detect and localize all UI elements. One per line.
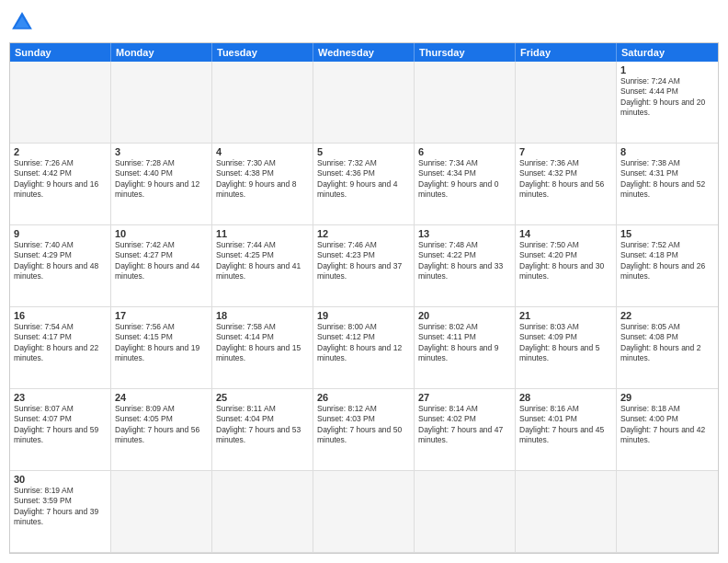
cell-info: Sunrise: 7:26 AM Sunset: 4:42 PM Dayligh… bbox=[14, 158, 107, 201]
day-number: 29 bbox=[620, 392, 714, 403]
header bbox=[9, 9, 719, 35]
day-cell-12: 12Sunrise: 7:46 AM Sunset: 4:23 PM Dayli… bbox=[313, 225, 415, 307]
day-cell-22: 22Sunrise: 8:05 AM Sunset: 4:08 PM Dayli… bbox=[617, 307, 718, 389]
day-number: 17 bbox=[115, 310, 208, 321]
cell-info: Sunrise: 7:34 AM Sunset: 4:34 PM Dayligh… bbox=[418, 158, 511, 201]
day-number: 19 bbox=[317, 310, 410, 321]
cell-info: Sunrise: 7:28 AM Sunset: 4:40 PM Dayligh… bbox=[115, 158, 208, 201]
empty-cell bbox=[10, 62, 111, 144]
day-number: 20 bbox=[418, 310, 511, 321]
day-number: 21 bbox=[519, 310, 612, 321]
day-cell-9: 9Sunrise: 7:40 AM Sunset: 4:29 PM Daylig… bbox=[10, 225, 111, 307]
cell-info: Sunrise: 7:40 AM Sunset: 4:29 PM Dayligh… bbox=[14, 240, 107, 282]
day-number: 1 bbox=[620, 64, 714, 75]
day-cell-18: 18Sunrise: 7:58 AM Sunset: 4:14 PM Dayli… bbox=[212, 307, 313, 389]
cell-info: Sunrise: 7:48 AM Sunset: 4:22 PM Dayligh… bbox=[418, 240, 511, 282]
day-cell-5: 5Sunrise: 7:32 AM Sunset: 4:36 PM Daylig… bbox=[313, 144, 415, 225]
cell-info: Sunrise: 8:14 AM Sunset: 4:02 PM Dayligh… bbox=[418, 404, 511, 446]
day-number: 23 bbox=[14, 392, 107, 403]
empty-cell bbox=[111, 471, 212, 553]
day-cell-20: 20Sunrise: 8:02 AM Sunset: 4:11 PM Dayli… bbox=[415, 307, 516, 389]
day-number: 8 bbox=[620, 146, 714, 157]
logo bbox=[9, 9, 39, 35]
day-cell-8: 8Sunrise: 7:38 AM Sunset: 4:31 PM Daylig… bbox=[617, 144, 718, 225]
day-number: 30 bbox=[14, 474, 107, 485]
cell-info: Sunrise: 7:58 AM Sunset: 4:14 PM Dayligh… bbox=[216, 322, 309, 364]
cell-info: Sunrise: 8:05 AM Sunset: 4:08 PM Dayligh… bbox=[620, 322, 714, 364]
cell-info: Sunrise: 8:12 AM Sunset: 4:03 PM Dayligh… bbox=[317, 404, 410, 446]
day-cell-15: 15Sunrise: 7:52 AM Sunset: 4:18 PM Dayli… bbox=[617, 225, 718, 307]
cell-info: Sunrise: 8:16 AM Sunset: 4:01 PM Dayligh… bbox=[519, 404, 612, 446]
day-cell-13: 13Sunrise: 7:48 AM Sunset: 4:22 PM Dayli… bbox=[415, 225, 516, 307]
day-cell-27: 27Sunrise: 8:14 AM Sunset: 4:02 PM Dayli… bbox=[415, 389, 516, 471]
empty-cell bbox=[617, 471, 718, 553]
day-header-friday: Friday bbox=[516, 43, 617, 62]
day-number: 6 bbox=[418, 146, 511, 157]
day-number: 15 bbox=[620, 228, 714, 239]
day-header-thursday: Thursday bbox=[415, 43, 516, 62]
cell-info: Sunrise: 7:56 AM Sunset: 4:15 PM Dayligh… bbox=[115, 322, 208, 364]
day-cell-19: 19Sunrise: 8:00 AM Sunset: 4:12 PM Dayli… bbox=[313, 307, 415, 389]
day-header-monday: Monday bbox=[111, 43, 212, 62]
cell-info: Sunrise: 8:03 AM Sunset: 4:09 PM Dayligh… bbox=[519, 322, 612, 364]
cell-info: Sunrise: 8:00 AM Sunset: 4:12 PM Dayligh… bbox=[317, 322, 410, 364]
day-header-saturday: Saturday bbox=[617, 43, 718, 62]
empty-cell bbox=[313, 471, 415, 553]
empty-cell bbox=[212, 62, 313, 144]
day-cell-28: 28Sunrise: 8:16 AM Sunset: 4:01 PM Dayli… bbox=[516, 389, 617, 471]
cell-info: Sunrise: 7:36 AM Sunset: 4:32 PM Dayligh… bbox=[519, 158, 612, 201]
day-number: 28 bbox=[519, 392, 612, 403]
day-number: 12 bbox=[317, 228, 410, 239]
day-cell-30: 30Sunrise: 8:19 AM Sunset: 3:59 PM Dayli… bbox=[10, 471, 111, 553]
empty-cell bbox=[111, 62, 212, 144]
day-number: 24 bbox=[115, 392, 208, 403]
day-number: 11 bbox=[216, 228, 309, 239]
cell-info: Sunrise: 7:24 AM Sunset: 4:44 PM Dayligh… bbox=[620, 76, 714, 119]
cell-info: Sunrise: 8:02 AM Sunset: 4:11 PM Dayligh… bbox=[418, 322, 511, 364]
day-number: 14 bbox=[519, 228, 612, 239]
day-cell-7: 7Sunrise: 7:36 AM Sunset: 4:32 PM Daylig… bbox=[516, 144, 617, 225]
cell-info: Sunrise: 7:30 AM Sunset: 4:38 PM Dayligh… bbox=[216, 158, 309, 201]
page: SundayMondayTuesdayWednesdayThursdayFrid… bbox=[0, 0, 728, 563]
day-cell-24: 24Sunrise: 8:09 AM Sunset: 4:05 PM Dayli… bbox=[111, 389, 212, 471]
cell-info: Sunrise: 7:46 AM Sunset: 4:23 PM Dayligh… bbox=[317, 240, 410, 282]
cell-info: Sunrise: 8:07 AM Sunset: 4:07 PM Dayligh… bbox=[14, 404, 107, 446]
logo-icon bbox=[9, 9, 35, 35]
day-cell-14: 14Sunrise: 7:50 AM Sunset: 4:20 PM Dayli… bbox=[516, 225, 617, 307]
day-header-tuesday: Tuesday bbox=[212, 43, 313, 62]
cell-info: Sunrise: 7:42 AM Sunset: 4:27 PM Dayligh… bbox=[115, 240, 208, 282]
day-cell-21: 21Sunrise: 8:03 AM Sunset: 4:09 PM Dayli… bbox=[516, 307, 617, 389]
day-cell-6: 6Sunrise: 7:34 AM Sunset: 4:34 PM Daylig… bbox=[415, 144, 516, 225]
day-cell-4: 4Sunrise: 7:30 AM Sunset: 4:38 PM Daylig… bbox=[212, 144, 313, 225]
day-number: 3 bbox=[115, 146, 208, 157]
day-cell-1: 1Sunrise: 7:24 AM Sunset: 4:44 PM Daylig… bbox=[617, 62, 718, 144]
cell-info: Sunrise: 7:38 AM Sunset: 4:31 PM Dayligh… bbox=[620, 158, 714, 201]
day-number: 9 bbox=[14, 228, 107, 239]
day-cell-25: 25Sunrise: 8:11 AM Sunset: 4:04 PM Dayli… bbox=[212, 389, 313, 471]
day-number: 27 bbox=[418, 392, 511, 403]
day-number: 25 bbox=[216, 392, 309, 403]
day-header-sunday: Sunday bbox=[10, 43, 111, 62]
day-cell-26: 26Sunrise: 8:12 AM Sunset: 4:03 PM Dayli… bbox=[313, 389, 415, 471]
day-cell-16: 16Sunrise: 7:54 AM Sunset: 4:17 PM Dayli… bbox=[10, 307, 111, 389]
day-cell-10: 10Sunrise: 7:42 AM Sunset: 4:27 PM Dayli… bbox=[111, 225, 212, 307]
day-number: 22 bbox=[620, 310, 714, 321]
cell-info: Sunrise: 7:32 AM Sunset: 4:36 PM Dayligh… bbox=[317, 158, 410, 201]
empty-cell bbox=[415, 62, 516, 144]
empty-cell bbox=[415, 471, 516, 553]
cell-info: Sunrise: 7:44 AM Sunset: 4:25 PM Dayligh… bbox=[216, 240, 309, 282]
day-number: 10 bbox=[115, 228, 208, 239]
cell-info: Sunrise: 8:09 AM Sunset: 4:05 PM Dayligh… bbox=[115, 404, 208, 446]
calendar-body: 1Sunrise: 7:24 AM Sunset: 4:44 PM Daylig… bbox=[10, 62, 718, 553]
day-number: 18 bbox=[216, 310, 309, 321]
empty-cell bbox=[516, 62, 617, 144]
day-cell-17: 17Sunrise: 7:56 AM Sunset: 4:15 PM Dayli… bbox=[111, 307, 212, 389]
day-cell-11: 11Sunrise: 7:44 AM Sunset: 4:25 PM Dayli… bbox=[212, 225, 313, 307]
cell-info: Sunrise: 7:50 AM Sunset: 4:20 PM Dayligh… bbox=[519, 240, 612, 282]
cell-info: Sunrise: 7:52 AM Sunset: 4:18 PM Dayligh… bbox=[620, 240, 714, 282]
day-number: 2 bbox=[14, 146, 107, 157]
day-cell-23: 23Sunrise: 8:07 AM Sunset: 4:07 PM Dayli… bbox=[10, 389, 111, 471]
empty-cell bbox=[212, 471, 313, 553]
day-cell-2: 2Sunrise: 7:26 AM Sunset: 4:42 PM Daylig… bbox=[10, 144, 111, 225]
day-cell-29: 29Sunrise: 8:18 AM Sunset: 4:00 PM Dayli… bbox=[617, 389, 718, 471]
